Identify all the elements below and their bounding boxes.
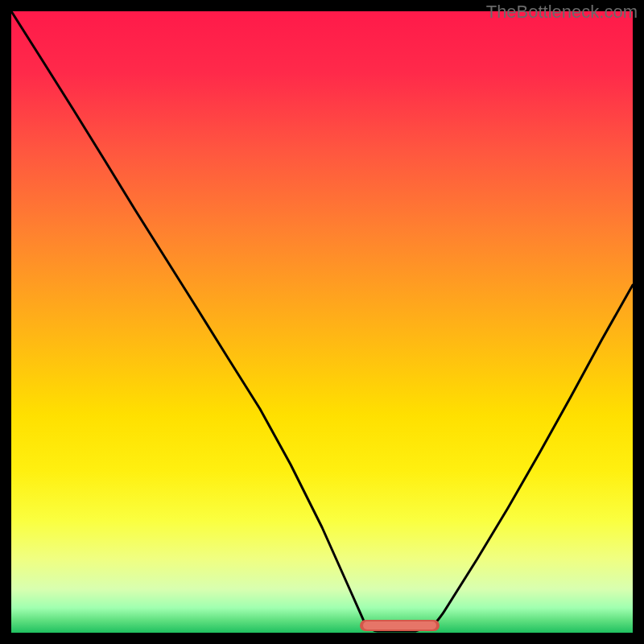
watermark-text: TheBottleneck.com: [486, 2, 638, 23]
chart-container: TheBottleneck.com: [0, 0, 644, 644]
bottleneck-curve: [11, 11, 633, 631]
curve-layer: [11, 11, 633, 633]
